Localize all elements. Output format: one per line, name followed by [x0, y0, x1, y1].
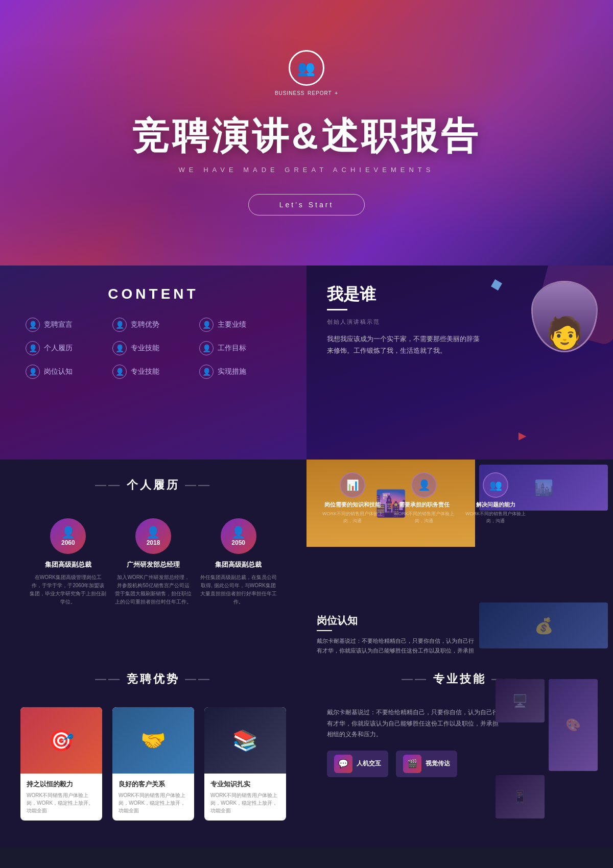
- logo-workreport-label: REPORT: [308, 90, 332, 96]
- hero-subtitle: WE HAVE MADE GREAT ACHIEVEMENTS: [179, 166, 435, 174]
- lets-start-button[interactable]: Let's Start: [248, 194, 365, 215]
- skills-text-area: 戴尔卡耐基说过：不要给给精精自己，只要你自信，认为自己行有才华，你就应该认为自己…: [327, 707, 501, 740]
- resume-item-1: 👤 2060 集团高级副总裁 在WORK集团高级管理岗位工作，于学于学，于206…: [30, 518, 106, 606]
- row-1: CONTENT 👤 竞聘宣言 👤 竞聘优势 👤 主要业绩 👤 个人履历 👤 专业…: [0, 266, 613, 460]
- adv-card-1: 🎯 持之以恒的毅力 WORK不同销售用户体验上岗，WORK，稳定性上放开。功能全…: [20, 707, 102, 821]
- advantage-cards: 🎯 持之以恒的毅力 WORK不同销售用户体验上岗，WORK，稳定性上放开。功能全…: [20, 707, 286, 821]
- pos-icon-desc-1: WORK不同的销售用户体验上岗，沟通: [322, 511, 383, 524]
- pos-bottom-content: 岗位认知 戴尔卡耐基说过：不要给给精精自己，只要你自信，认为自己行有才华，你就应…: [317, 614, 603, 654]
- adv-card-body-1: 持之以恒的毅力 WORK不同销售用户体验上岗，WORK，稳定性上放开。功能全面: [20, 774, 102, 821]
- resume-timeline: 👤 2060 集团高级副总裁 在WORK集团高级管理岗位工作，于学于学，于206…: [26, 513, 281, 606]
- content-item-7[interactable]: 👤 岗位认知: [26, 365, 107, 379]
- adv-card-img-2: 🤝: [112, 707, 194, 774]
- content-label-9: 实现措施: [218, 367, 246, 376]
- skill-badge-label-1: 人机交互: [357, 759, 381, 768]
- who-text: 我想我应该成为一个实干家，不需要那些美丽的辞藻来修饰。工作锻炼了我，生活造就了我…: [327, 333, 480, 357]
- pos-icon-1: 📊 岗位需要的知识和技能 WORK不同的销售用户体验上岗，沟通: [322, 472, 383, 524]
- adv-card-title-3: 专业知识扎实: [210, 780, 280, 789]
- adv-card-3: 📚 专业知识扎实 WORK不同的销售用户体验上岗，WORK，稳定性上放开，功能全…: [204, 707, 286, 821]
- skills-photos: 🖥️ 🎨 📱: [496, 679, 598, 818]
- who-arrow-icon: ▶: [518, 429, 526, 442]
- content-label-6: 工作目标: [218, 344, 246, 353]
- content-item-2[interactable]: 👤 竞聘优势: [112, 318, 194, 332]
- resume-year-1: 2060: [61, 539, 75, 546]
- position-panel: 🌆 🏙️ 💰 📊 岗位需要的知识和技能 WORK不同的销售用户体验上岗，沟通 👤…: [306, 460, 613, 654]
- resume-role-3: 集团高级副总裁: [215, 560, 262, 569]
- resume-desc-1: 在WORK集团高级管理岗位工作，于学于学，于2060年加盟该集团，毕业大学研究角…: [30, 573, 106, 606]
- skills-panel: 专业技能 戴尔卡耐基说过：不要给给精精自己，只要你自信，认为自己行有才华，你就应…: [306, 654, 613, 848]
- pos-icon-2: 👤 需要承担的职务责任 WORK不同的销售用户体验上岗，沟通: [393, 472, 455, 524]
- who-panel: 我是谁 创始人演讲稿示范 我想我应该成为一个实干家，不需要那些美丽的辞藻来修饰。…: [306, 266, 613, 460]
- adv-card-img-1: 🎯: [20, 707, 102, 774]
- adv-card-body-3: 专业知识扎实 WORK不同的销售用户体验上岗，WORK，稳定性上放开，功能全面: [204, 774, 286, 821]
- content-label-1: 竞聘宣言: [44, 320, 73, 329]
- skill-badge-1: 💬 人机交互: [327, 751, 388, 777]
- content-label-8: 专业技能: [131, 367, 159, 376]
- content-item-5[interactable]: 👤 专业技能: [112, 341, 194, 355]
- advantage-panel: 竞聘优势 🎯 持之以恒的毅力 WORK不同销售用户体验上岗，WORK，稳定性上放…: [0, 654, 306, 848]
- pos-icon-circle-2: 👤: [411, 472, 437, 498]
- content-item-9[interactable]: 👤 实现措施: [199, 365, 281, 379]
- adv-card-title-1: 持之以恒的毅力: [27, 780, 96, 789]
- logo-plus-label: +: [335, 90, 338, 96]
- logo-people-icon: 👥: [297, 60, 315, 77]
- content-title: CONTENT: [26, 286, 281, 302]
- resume-badge-3: 👤 2050: [221, 518, 256, 554]
- adv-card-2: 🤝 良好的客户关系 WORK不同的销售用户体验上岗，WORK，稳定性上放开，功能…: [112, 707, 194, 821]
- content-panel: CONTENT 👤 竞聘宣言 👤 竞聘优势 👤 主要业绩 👤 个人履历 👤 专业…: [0, 266, 306, 460]
- content-label-7: 岗位认知: [44, 367, 73, 376]
- who-divider: [327, 309, 347, 310]
- content-label-5: 专业技能: [131, 344, 159, 353]
- row-2: 个人履历 👤 2060 集团高级副总裁 在WORK集团高级管理岗位工作，于学于学…: [0, 460, 613, 654]
- pos-icons-row: 📊 岗位需要的知识和技能 WORK不同的销售用户体验上岗，沟通 👤 需要承担的职…: [317, 470, 603, 524]
- skill-photo-1: 🖥️: [496, 679, 545, 722]
- content-item-3[interactable]: 👤 主要业绩: [199, 318, 281, 332]
- resume-badge-2: 👤 2018: [135, 518, 171, 554]
- skill-badge-icon-2: 🎬: [403, 755, 421, 773]
- content-icon-1: 👤: [26, 318, 40, 332]
- content-icon-6: 👤: [199, 341, 214, 355]
- resume-year-2: 2018: [147, 539, 160, 546]
- adv-card-desc-1: WORK不同销售用户体验上岗，WORK，稳定性上放开。功能全面: [27, 791, 96, 814]
- content-icon-3: 👤: [199, 318, 214, 332]
- skill-badge-2: 🎬 视觉传达: [396, 751, 457, 777]
- skill-photo-2: 🎨: [549, 679, 598, 771]
- logo-business-label: BUSINESS: [275, 90, 305, 96]
- avatar-image: 🧑: [533, 282, 596, 351]
- content-icon-4: 👤: [26, 341, 40, 355]
- resume-icon-3: 👤: [231, 526, 245, 539]
- resume-title: 个人履历: [26, 477, 281, 493]
- hero-section: 👥 BUSINESS REPORT + 竞聘演讲&述职报告 WE HAVE MA…: [0, 0, 613, 266]
- who-avatar: 🧑: [531, 281, 598, 352]
- resume-role-1: 集团高级副总裁: [45, 560, 91, 569]
- logo-icon: 👥: [289, 50, 324, 86]
- pos-icon-desc-2: WORK不同的销售用户体验上岗，沟通: [393, 511, 455, 524]
- resume-badge-1: 👤 2060: [50, 518, 86, 554]
- pos-icon-circle-1: 📊: [340, 472, 365, 498]
- content-icon-8: 👤: [112, 365, 127, 379]
- content-item-4[interactable]: 👤 个人履历: [26, 341, 107, 355]
- skill-photo-3: 📱: [496, 775, 545, 818]
- content-item-8[interactable]: 👤 专业技能: [112, 365, 194, 379]
- hero-main-title: 竞聘演讲&述职报告: [132, 112, 481, 161]
- content-icon-5: 👤: [112, 341, 127, 355]
- pos-icon-title-1: 岗位需要的知识和技能: [324, 501, 381, 509]
- skill-badge-label-2: 视觉传达: [426, 759, 450, 768]
- pos-text: 戴尔卡耐基说过：不要给给精精自己，只要你自信，认为自己行有才华，你就应该认为自己…: [317, 636, 474, 654]
- adv-card-desc-3: WORK不同的销售用户体验上岗，WORK，稳定性上放开，功能全面: [210, 791, 280, 814]
- resume-icon-2: 👤: [146, 526, 160, 539]
- content-label-3: 主要业绩: [218, 320, 246, 329]
- resume-item-3: 👤 2050 集团高级副总裁 外任集团高级副总裁，在集员公司取得, 据此公司年，…: [200, 518, 277, 606]
- pos-icon-circle-3: 👥: [483, 472, 508, 498]
- content-icon-9: 👤: [199, 365, 214, 379]
- resume-icon-1: 👤: [61, 526, 75, 539]
- pos-icon-3: 👥 解决问题的能力 WORK不同的销售用户体验上岗，沟通: [465, 472, 526, 524]
- skill-badge-icon-1: 💬: [334, 755, 352, 773]
- content-item-1[interactable]: 👤 竞聘宣言: [26, 318, 107, 332]
- content-grid: 👤 竞聘宣言 👤 竞聘优势 👤 主要业绩 👤 个人履历 👤 专业技能 👤: [26, 318, 281, 379]
- row-3: 竞聘优势 🎯 持之以恒的毅力 WORK不同销售用户体验上岗，WORK，稳定性上放…: [0, 654, 613, 848]
- resume-panel: 个人履历 👤 2060 集团高级副总裁 在WORK集团高级管理岗位工作，于学于学…: [0, 460, 306, 654]
- content-item-6[interactable]: 👤 工作目标: [199, 341, 281, 355]
- content-icon-7: 👤: [26, 365, 40, 379]
- content-label-2: 竞聘优势: [131, 320, 159, 329]
